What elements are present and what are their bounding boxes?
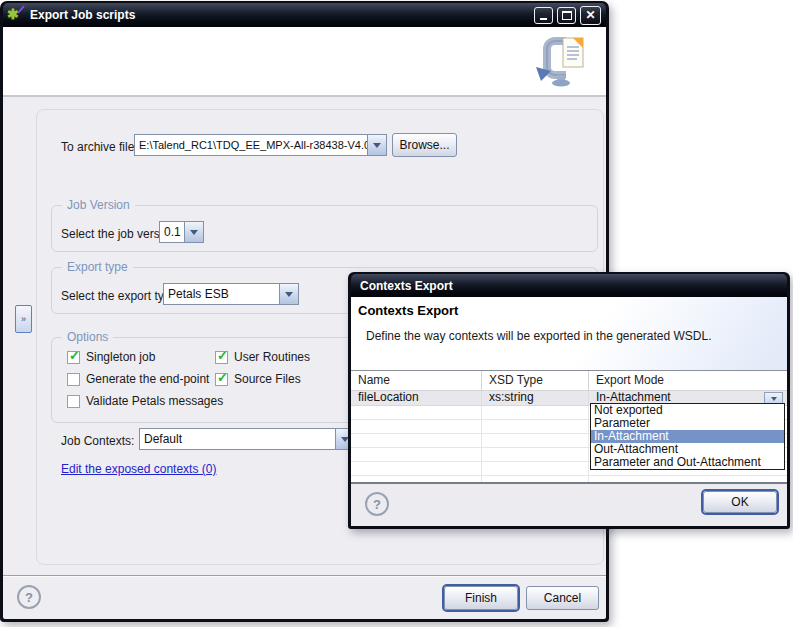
- checkbox-singleton-job[interactable]: ✓ Singleton job: [67, 349, 155, 365]
- export-type-field-label: Select the export type: [61, 289, 177, 303]
- desktop: ✱ Export Job scripts ✕: [0, 0, 793, 627]
- maximize-button[interactable]: [557, 7, 576, 24]
- job-contexts-label: Job Contexts:: [61, 434, 134, 448]
- job-version-group-label: Job Version: [62, 198, 135, 212]
- column-header-export-mode[interactable]: Export Mode: [589, 371, 787, 390]
- contexts-dialog-title: Contexts Export: [360, 279, 453, 293]
- check-icon: ✓: [69, 348, 80, 363]
- checkbox-label: Singleton job: [86, 350, 155, 364]
- job-version-combo[interactable]: 0.1: [159, 221, 204, 243]
- job-version-dropdown-button[interactable]: [184, 222, 203, 242]
- main-dialog-title: Export Job scripts: [30, 8, 135, 22]
- close-icon: ✕: [585, 8, 595, 22]
- checkbox-label: Generate the end-point: [86, 372, 209, 386]
- checkbox-box: [67, 373, 80, 386]
- dropdown-option-parameter-and-out-attachment[interactable]: Parameter and Out-Attachment: [591, 456, 784, 469]
- contexts-table-header-row: Name XSD Type Export Mode: [351, 371, 787, 391]
- edit-exposed-contexts-link[interactable]: Edit the exposed contexts (0): [61, 462, 216, 476]
- column-header-name[interactable]: Name: [351, 371, 482, 390]
- checkbox-source-files[interactable]: ✓ Source Files: [215, 371, 301, 387]
- wizard-header: [3, 27, 606, 97]
- checkbox-label: Validate Petals messages: [86, 394, 223, 408]
- checkbox-user-routines[interactable]: ✓ User Routines: [215, 349, 310, 365]
- minimize-icon: [540, 18, 547, 20]
- checkbox-box: ✓: [67, 351, 80, 364]
- checkbox-box: ✓: [215, 373, 228, 386]
- job-version-value: 0.1: [160, 222, 184, 242]
- help-button[interactable]: ?: [17, 585, 41, 609]
- contexts-dialog-body: Contexts Export Define the way contexts …: [351, 297, 787, 526]
- check-icon: ✓: [217, 348, 228, 363]
- export-type-value: Petals ESB: [164, 284, 279, 304]
- checkbox-label: Source Files: [234, 372, 301, 386]
- export-mode-dropdown-list: Not exported Parameter In-Attachment Out…: [590, 403, 785, 470]
- main-titlebar[interactable]: ✱ Export Job scripts ✕: [3, 3, 606, 27]
- export-type-dropdown-button[interactable]: [279, 284, 298, 304]
- contexts-export-dialog: Contexts Export Contexts Export Define t…: [348, 272, 790, 529]
- browse-button[interactable]: Browse...: [392, 133, 457, 157]
- export-type-combo[interactable]: Petals ESB: [163, 283, 299, 305]
- talend-job-icon: ✱: [8, 7, 24, 23]
- contexts-titlebar[interactable]: Contexts Export: [351, 274, 787, 297]
- cell-name: fileLocation: [351, 391, 482, 405]
- finish-button[interactable]: Finish: [444, 586, 518, 610]
- close-button[interactable]: ✕: [580, 6, 601, 25]
- chevron-down-icon: [771, 397, 777, 401]
- check-icon: ✓: [217, 370, 228, 385]
- minimize-button[interactable]: [534, 7, 553, 24]
- checkbox-validate-petals-messages[interactable]: Validate Petals messages: [67, 393, 223, 409]
- contexts-header: Contexts Export Define the way contexts …: [351, 297, 787, 370]
- checkbox-label: User Routines: [234, 350, 310, 364]
- ok-button[interactable]: OK: [703, 491, 777, 513]
- export-type-group-label: Export type: [62, 260, 133, 274]
- contexts-help-button[interactable]: ?: [365, 492, 389, 516]
- archive-file-dropdown-button[interactable]: [367, 135, 386, 155]
- archive-file-label: To archive file:: [61, 140, 138, 154]
- options-group-label: Options: [62, 330, 113, 344]
- chevron-down-icon: [373, 143, 381, 148]
- cancel-button[interactable]: Cancel: [526, 586, 599, 610]
- contexts-description: Define the way contexts will be exported…: [366, 329, 712, 343]
- checkbox-box: ✓: [215, 351, 228, 364]
- cell-xsd-type: xs:string: [482, 391, 589, 405]
- job-contexts-value: Default: [140, 429, 335, 449]
- archive-file-value: E:\Talend_RC1\TDQ_EE_MPX-All-r38438-V4.0…: [135, 135, 367, 155]
- column-header-xsd-type[interactable]: XSD Type: [482, 371, 589, 390]
- button-bar-separator: [3, 575, 606, 576]
- archive-file-combo[interactable]: E:\Talend_RC1\TDQ_EE_MPX-All-r38438-V4.0…: [134, 134, 387, 156]
- job-contexts-combo[interactable]: Default: [139, 428, 355, 450]
- contexts-heading: Contexts Export: [358, 303, 458, 318]
- export-wizard-icon: [532, 33, 592, 89]
- checkbox-box: [67, 395, 80, 408]
- chevron-down-icon: [285, 292, 293, 297]
- restore-side-panel-button[interactable]: »: [15, 305, 32, 333]
- chevron-down-icon: [190, 230, 198, 235]
- checkbox-generate-endpoint[interactable]: Generate the end-point: [67, 371, 209, 387]
- maximize-icon: [562, 11, 572, 20]
- green-star-icon: ✱: [7, 6, 19, 22]
